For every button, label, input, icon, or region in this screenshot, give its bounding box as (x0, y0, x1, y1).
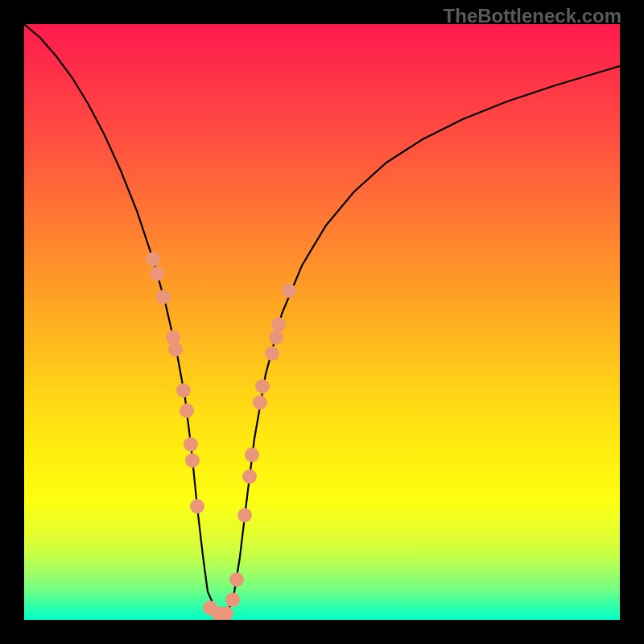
marker-dot (253, 395, 267, 410)
chart-frame: TheBottleneck.com (0, 0, 644, 644)
marker-dot (185, 453, 200, 468)
marker-dot (255, 379, 270, 394)
marker-dot (184, 437, 198, 452)
marker-dot (229, 572, 244, 587)
marker-dot (180, 403, 194, 418)
marker-dot (237, 508, 252, 522)
marker-dot (150, 266, 164, 281)
marker-dot (282, 283, 296, 298)
watermark-text: TheBottleneck.com (444, 5, 621, 27)
marker-dot (265, 346, 279, 361)
marker-dot (168, 342, 183, 357)
marker-dot (242, 469, 257, 484)
marker-dot (156, 290, 171, 304)
marker-dot (190, 499, 204, 514)
chart-svg (24, 24, 620, 620)
marker-dot (225, 592, 240, 607)
marker-dots (146, 252, 296, 620)
marker-dot (166, 330, 180, 345)
marker-dot (146, 252, 160, 266)
marker-dot (269, 330, 283, 345)
marker-dot (176, 383, 191, 398)
marker-dot (245, 448, 259, 462)
bottleneck-curve (24, 24, 620, 613)
marker-dot (271, 317, 286, 332)
plot-area (24, 24, 620, 620)
